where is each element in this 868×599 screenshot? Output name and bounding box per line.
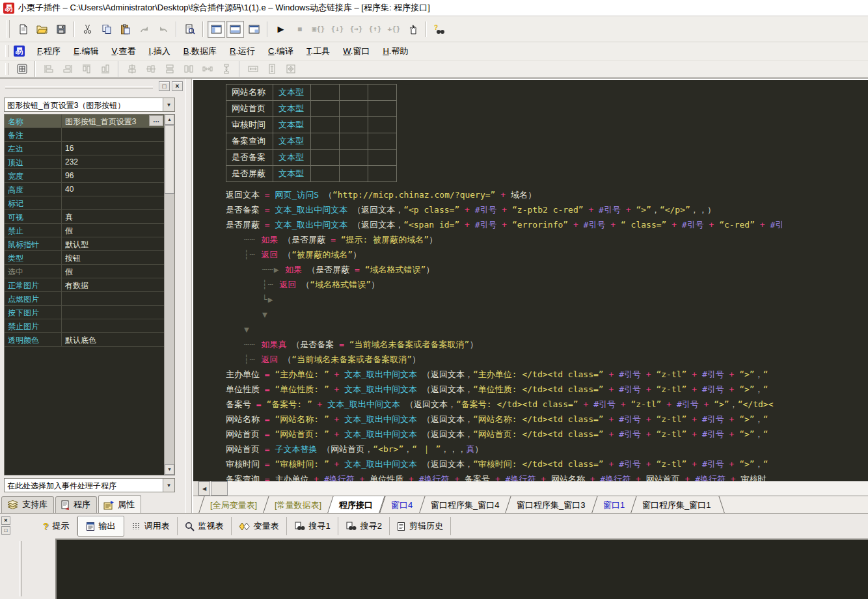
variable-type-cell[interactable]: 文本型 bbox=[273, 133, 311, 150]
horizontal-scrollbar[interactable]: ◀ bbox=[193, 481, 868, 496]
code-line[interactable]: 网站名称 = “网站名称: ” + 文本_取出中间文本 （返回文本，“网站名称:… bbox=[193, 412, 868, 427]
bottom-tab-搜寻2[interactable]: 搜寻2 bbox=[338, 517, 390, 535]
doc-tab-常量数据表[interactable]: [常量数据表] bbox=[263, 496, 333, 513]
property-row[interactable]: 正常图片有数据 bbox=[5, 278, 164, 292]
menu-item-h[interactable]: H.帮助 bbox=[377, 43, 414, 60]
variable-type-cell[interactable]: 文本型 bbox=[273, 150, 311, 166]
property-value[interactable]: 图形按钮_首页设置3… bbox=[62, 114, 164, 127]
inspector-tab-属性[interactable]: 属性 bbox=[98, 495, 141, 513]
code-line[interactable]: ┄┄ 如果 （是否屏蔽 = “提示: 被屏蔽的域名”） bbox=[193, 232, 868, 247]
chevron-down-icon[interactable]: ▼ bbox=[163, 98, 174, 111]
menu-item-c[interactable]: C.编译 bbox=[262, 43, 299, 60]
doc-tab-程序接口[interactable]: 程序接口 bbox=[327, 496, 385, 513]
scrollbar-grip[interactable] bbox=[193, 481, 198, 496]
code-line[interactable]: ┆┄ 返回 （“当前域名未备案或者备案取消”） bbox=[193, 352, 868, 367]
variable-empty-cell[interactable] bbox=[340, 85, 368, 101]
inspector-tab-支持库[interactable]: 支持库 bbox=[1, 496, 54, 513]
code-line[interactable]: 审核时间 = “审核时间: ” + 文本_取出中间文本 （返回文本，“审核时间:… bbox=[193, 457, 868, 472]
bottom-tab-调用表[interactable]: 调用表 bbox=[124, 517, 178, 535]
variable-name-cell[interactable]: 是否屏蔽 bbox=[226, 166, 273, 182]
property-row[interactable]: 透明颜色默认底色 bbox=[5, 333, 164, 347]
pause-button[interactable] bbox=[404, 21, 422, 38]
close-icon[interactable]: × bbox=[1, 516, 10, 525]
code-line[interactable]: 是否备案 = 文本_取出中间文本 （返回文本，“<p class=” + #引号… bbox=[193, 202, 868, 217]
doc-tab-窗口程序集_窗口4[interactable]: 窗口程序集_窗口4 bbox=[418, 496, 511, 513]
variable-row[interactable]: 是否屏蔽文本型 bbox=[226, 166, 397, 182]
output-console[interactable] bbox=[55, 539, 868, 599]
scroll-down-icon[interactable]: ▼ bbox=[165, 464, 174, 475]
variable-empty-cell[interactable] bbox=[368, 150, 397, 166]
vertical-splitter[interactable] bbox=[185, 79, 192, 513]
scroll-up-icon[interactable]: ▲ bbox=[165, 114, 174, 125]
code-line[interactable]: 单位性质 = “单位性质: ” + 文本_取出中间文本 （返回文本，“单位性质:… bbox=[193, 382, 868, 397]
code-line[interactable]: ┆┄ 返回 （“被屏蔽的域名”） bbox=[193, 247, 868, 262]
variable-type-cell[interactable]: 文本型 bbox=[273, 166, 311, 182]
variable-empty-cell[interactable] bbox=[340, 150, 368, 166]
property-row[interactable]: 可视真 bbox=[5, 210, 164, 224]
property-value[interactable]: 假 bbox=[62, 265, 164, 278]
menu-item-b[interactable]: B.数据库 bbox=[178, 43, 223, 60]
variable-empty-cell[interactable] bbox=[368, 85, 397, 101]
bottom-tab-输出[interactable]: 输出 bbox=[77, 516, 124, 537]
property-row[interactable]: 宽度96 bbox=[5, 169, 164, 183]
variable-declaration-table[interactable]: 网站名称文本型网站首页文本型审核时间文本型备案查询文本型是否备案文本型是否屏蔽文… bbox=[226, 84, 397, 182]
property-ellipsis-button[interactable]: … bbox=[149, 115, 163, 126]
menu-item-e[interactable]: E.编辑 bbox=[68, 43, 104, 60]
property-row[interactable]: 类型按钮 bbox=[5, 251, 164, 265]
variable-empty-cell[interactable] bbox=[368, 133, 397, 150]
menu-item-i[interactable]: I.插入 bbox=[143, 43, 176, 60]
code-line[interactable]: 网站首页 = 子文本替换 （网站首页，“<br>”，“ ｜ ”，，，真） bbox=[193, 442, 868, 457]
save-button[interactable] bbox=[52, 21, 70, 38]
menu-item-f[interactable]: F.程序 bbox=[31, 43, 66, 60]
doc-tab-窗口1[interactable]: 窗口1 bbox=[591, 496, 636, 513]
maximize-icon[interactable]: □ bbox=[159, 81, 170, 91]
variable-empty-cell[interactable] bbox=[340, 101, 368, 117]
property-value[interactable] bbox=[62, 306, 164, 319]
variable-empty-cell[interactable] bbox=[311, 101, 340, 117]
variable-name-cell[interactable]: 备案查询 bbox=[226, 133, 273, 150]
form-designer-button[interactable] bbox=[13, 60, 31, 77]
scrollbar-thumb[interactable] bbox=[165, 126, 174, 194]
layout-left-panel-button[interactable] bbox=[208, 21, 225, 38]
property-row[interactable]: 禁止图片 bbox=[5, 319, 164, 333]
code-line[interactable]: 备案号 = “备案号: ” + 文本_取出中间文本 （返回文本，“备案号: </… bbox=[193, 397, 868, 412]
component-selector[interactable]: 图形按钮_首页设置3（图形按钮） ▼ bbox=[4, 98, 175, 112]
close-icon[interactable]: × bbox=[172, 81, 183, 91]
variable-empty-cell[interactable] bbox=[368, 117, 397, 133]
variable-empty-cell[interactable] bbox=[340, 117, 368, 133]
property-value[interactable]: 真 bbox=[62, 210, 164, 223]
code-line[interactable]: ▼ bbox=[193, 307, 868, 322]
doc-tab-全局变量表[interactable]: [全局变量表] bbox=[198, 496, 268, 513]
variable-row[interactable]: 审核时间文本型 bbox=[226, 117, 397, 133]
code-line[interactable]: 是否屏蔽 = 文本_取出中间文本 （返回文本，“<span id=” + #引号… bbox=[193, 217, 868, 232]
property-row[interactable]: 选中假 bbox=[5, 265, 164, 278]
variable-empty-cell[interactable] bbox=[311, 133, 340, 150]
menu-item-w[interactable]: W.窗口 bbox=[337, 43, 375, 60]
code-line[interactable]: 主办单位 = “主办单位: ” + 文本_取出中间文本 （返回文本，“主办单位:… bbox=[193, 367, 868, 382]
menu-item-t[interactable]: T.工具 bbox=[301, 43, 336, 60]
property-row[interactable]: 左边16 bbox=[5, 142, 164, 155]
property-value[interactable]: 默认型 bbox=[62, 237, 164, 250]
paste-button[interactable] bbox=[116, 21, 134, 38]
drag-grip[interactable] bbox=[5, 86, 153, 88]
property-value[interactable] bbox=[62, 196, 164, 209]
new-file-button[interactable] bbox=[14, 21, 32, 38]
variable-name-cell[interactable]: 网站首页 bbox=[226, 101, 273, 117]
splitter-handle[interactable] bbox=[20, 541, 22, 596]
doc-tab-窗口程序集_窗口1[interactable]: 窗口程序集_窗口1 bbox=[630, 496, 722, 513]
variable-row[interactable]: 是否备案文本型 bbox=[226, 150, 397, 166]
variable-empty-cell[interactable] bbox=[368, 101, 397, 117]
layout-bottom-panel-button[interactable] bbox=[226, 21, 244, 38]
scroll-left-icon[interactable]: ◀ bbox=[198, 481, 210, 496]
property-value[interactable]: 16 bbox=[62, 142, 164, 155]
cut-button[interactable] bbox=[79, 21, 96, 38]
variable-type-cell[interactable]: 文本型 bbox=[273, 85, 311, 101]
variable-name-cell[interactable]: 网站名称 bbox=[226, 85, 273, 101]
run-button[interactable]: ▶ bbox=[272, 21, 290, 38]
bottom-tab-变量表[interactable]: 变量表 bbox=[232, 517, 287, 535]
variable-name-cell[interactable]: 是否备案 bbox=[226, 150, 273, 166]
property-row[interactable]: 标记 bbox=[5, 196, 164, 210]
property-value[interactable]: 默认底色 bbox=[62, 333, 164, 346]
variable-empty-cell[interactable] bbox=[311, 166, 340, 182]
event-handler-selector[interactable]: 在此处选择加入事件处理子程序 ▼ bbox=[4, 478, 175, 492]
